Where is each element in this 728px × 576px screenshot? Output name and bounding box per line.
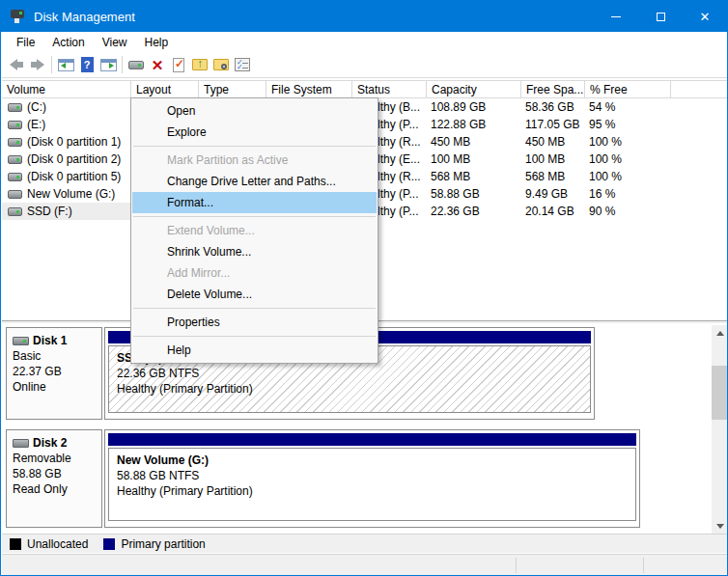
app-disk-icon [10,9,25,24]
toolbar-separator [51,56,52,73]
maximize-button[interactable] [638,1,683,32]
disk-management-window: Disk Management ✕ File Action View Help … [0,0,728,576]
scroll-down-icon[interactable] [712,518,728,534]
statusbar-divider [643,558,644,573]
menu-view[interactable]: View [94,34,136,51]
primary-partition-band [108,433,636,446]
minimize-button[interactable] [594,1,638,32]
window-title: Disk Management [34,10,135,24]
menu-separator [133,146,376,147]
scroll-up-icon[interactable] [712,325,728,341]
show-console-tree-icon[interactable] [55,54,76,75]
menu-item-help[interactable]: Help [132,340,377,361]
drive-icon[interactable] [126,54,147,75]
volume-capacity: 58.88 GB [427,185,521,203]
scrollbar-thumb[interactable] [712,366,728,420]
back-icon[interactable] [6,54,27,75]
volume-pct-free: 90 % [585,203,671,220]
disk-type: Basic [13,348,96,364]
disk-status: Online [13,379,96,395]
menu-separator [133,216,376,217]
volume-pct-free: 100 % [585,168,671,185]
menu-item-open[interactable]: Open [132,100,377,122]
close-button[interactable]: ✕ [683,1,727,32]
forward-icon[interactable] [27,54,48,75]
disk-type: Removable [13,451,96,466]
volume-capacity: 100 MB [427,151,521,168]
toolbar: ? ✕ ✓ ↑ ✓✓ [2,52,728,78]
disk-status: Read Only [13,481,96,497]
volume-capacity: 568 MB [427,168,521,185]
title-bar: Disk Management ✕ [1,1,727,32]
menu-item-properties[interactable]: Properties [132,312,377,333]
volume-drive-icon [8,103,22,112]
volume-drive-icon [8,138,22,147]
volume-capacity: 22.36 GB [427,203,521,220]
volume-pct-free: 100 % [585,133,671,151]
disk-title: Disk 1 [33,333,67,348]
check-document-icon[interactable]: ✓ [168,54,189,75]
unallocated-swatch [10,538,21,550]
legend-unallocated: Unallocated [10,537,88,551]
context-menu: Open Explore Mark Partition as Active Ch… [130,97,378,364]
folder-up-icon[interactable]: ↑ [189,54,210,75]
menu-item-explore[interactable]: Explore [132,122,377,143]
disk1-info-panel[interactable]: Disk 1 Basic 22.37 GB Online [6,327,102,420]
disk-size: 58.88 GB [13,466,96,481]
folder-search-icon[interactable] [210,54,232,75]
column-header-volume[interactable]: Volume [2,81,131,98]
volume-free: 20.14 GB [521,203,585,220]
menu-action[interactable]: Action [43,34,93,51]
column-header-layout[interactable]: Layout [131,81,199,98]
volume-name: (Disk 0 partition 5) [27,168,121,185]
volume-name: (E:) [27,116,45,133]
menu-item-shrink-volume[interactable]: Shrink Volume... [132,241,377,262]
column-header-status[interactable]: Status [352,81,427,98]
legend-primary-partition: Primary partition [103,537,205,551]
column-header-type[interactable]: Type [199,81,266,98]
menu-item-format[interactable]: Format... [132,192,377,213]
volume-drive-icon [8,155,22,164]
volume-capacity: 122.88 GB [427,116,521,133]
volume-pct-free: 54 % [585,98,671,116]
volume-free: 450 MB [521,133,585,151]
disk2-info-panel[interactable]: Disk 2 Removable 58.88 GB Read Only [6,429,102,528]
menu-separator [133,308,376,309]
volume-capacity: 450 MB [427,133,521,151]
toolbar-separator [122,56,123,73]
menu-item-change-drive-letter[interactable]: Change Drive Letter and Paths... [132,171,377,192]
volume-pct-free: 100 % [585,151,671,168]
menu-item-add-mirror: Add Mirror... [132,262,377,284]
volume-pct-free: 16 % [585,185,671,203]
column-header-capacity[interactable]: Capacity [427,81,521,98]
show-action-pane-icon[interactable] [98,54,119,75]
volume-free: 58.36 GB [521,98,585,116]
checklist-icon[interactable]: ✓✓ [232,54,253,75]
volume-free: 9.49 GB [521,185,585,203]
volume-pct-free: 95 % [585,116,671,133]
disk-size: 22.37 GB [13,364,96,379]
menu-file[interactable]: File [8,34,43,51]
volume-name: (Disk 0 partition 1) [27,133,121,151]
volume-capacity: 108.89 GB [427,98,521,116]
volume-name: SSD (F:) [27,203,72,220]
delete-volume-icon[interactable]: ✕ [147,54,168,75]
partition-size: 22.36 GB NTFS [117,366,590,381]
legend-label: Unallocated [27,537,88,551]
menu-help[interactable]: Help [136,34,178,51]
disk2-partition-body[interactable]: New Volume (G:) 58.88 GB NTFS Healthy (P… [108,448,636,521]
column-header-freespace[interactable]: Free Spa... [521,81,585,98]
volume-drive-icon [8,207,22,216]
vertical-scrollbar[interactable] [712,325,728,534]
column-header-blank [671,81,728,98]
partition-size: 58.88 GB NTFS [117,468,635,483]
column-header-filesystem[interactable]: File System [266,81,352,98]
volume-free: 117.05 GB [521,116,585,133]
column-header-pctfree[interactable]: % Free [585,81,671,98]
volume-list-header: Volume Layout Type File System Status Ca… [2,81,728,98]
volume-drive-icon [8,173,22,181]
disk-icon [13,337,29,345]
disk2-partition[interactable]: New Volume (G:) 58.88 GB NTFS Healthy (P… [104,429,640,528]
menu-item-delete-volume[interactable]: Delete Volume... [132,284,377,305]
help-icon[interactable]: ? [76,54,98,75]
